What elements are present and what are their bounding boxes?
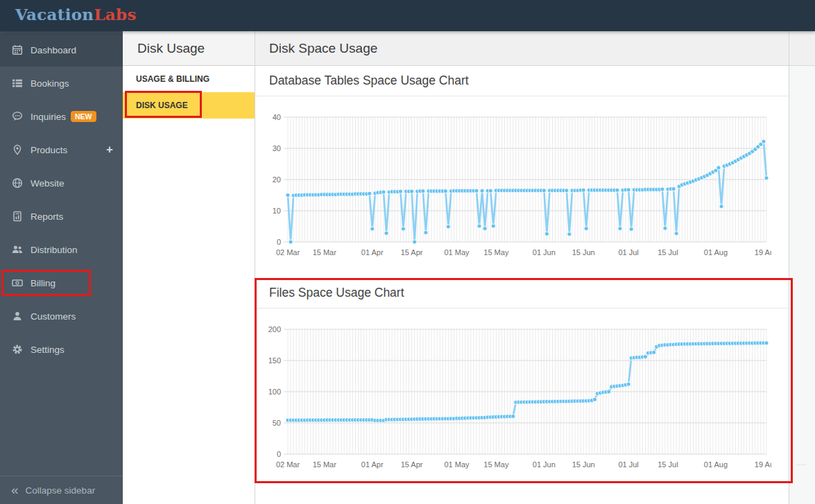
- map-marker-icon: [12, 144, 23, 155]
- logo: VacationLabs: [15, 5, 137, 24]
- svg-text:19 Aug: 19 Aug: [755, 460, 771, 469]
- svg-text:19 Aug: 19 Aug: [755, 248, 771, 257]
- add-product-plus-icon[interactable]: +: [106, 143, 113, 157]
- subnav-title: Disk Usage: [123, 31, 255, 66]
- new-badge: NEW: [71, 111, 96, 123]
- sidebar-item-bookings[interactable]: Bookings: [0, 67, 123, 100]
- svg-text:01 Aug: 01 Aug: [704, 248, 728, 257]
- sidebar-item-website[interactable]: Website: [0, 166, 123, 200]
- svg-text:15 Jun: 15 Jun: [572, 460, 595, 469]
- svg-text:40: 40: [273, 113, 281, 121]
- svg-text:15 Jun: 15 Jun: [572, 248, 595, 257]
- sidebar-item-distribution[interactable]: Distribution: [0, 233, 123, 266]
- svg-text:01 May: 01 May: [444, 460, 470, 469]
- sidebar-item-label: Distribution: [31, 245, 78, 255]
- sidebar-item-label: Dashboard: [31, 45, 76, 55]
- subnav-item-usage-and-billing[interactable]: USAGE & BILLING: [123, 66, 255, 92]
- sidebar-item-label: Products: [31, 145, 67, 155]
- svg-text:01 Apr: 01 Apr: [361, 248, 384, 257]
- sidebar-item-label: Customers: [31, 311, 76, 322]
- card-right-divider: [789, 31, 789, 504]
- svg-text:15 Jul: 15 Jul: [658, 460, 678, 469]
- sidebar-item-label: Inquiries: [31, 112, 66, 122]
- users-icon: [12, 244, 23, 255]
- svg-text:0: 0: [277, 450, 281, 458]
- files-chart-title: Files Space Usage Chart: [255, 278, 789, 309]
- sidebar-item-settings[interactable]: Settings: [0, 333, 123, 366]
- sidebar-item-products[interactable]: Products +: [0, 133, 123, 166]
- logo-text-labs: Labs: [94, 5, 136, 24]
- svg-text:15 Mar: 15 Mar: [313, 460, 337, 469]
- files-chart-section: Files Space Usage Chart 05010015020002 M…: [255, 278, 789, 479]
- collapse-sidebar-label: Collapse sidebar: [26, 485, 96, 496]
- sidebar-item-inquiries[interactable]: Inquiries NEW: [0, 100, 123, 133]
- content-card: Database Tables Space Usage Chart 010203…: [255, 66, 789, 504]
- sidebar-item-label: Billing: [31, 278, 55, 288]
- svg-text:15 Jul: 15 Jul: [658, 248, 678, 257]
- sidebar-item-billing[interactable]: Billing: [0, 266, 123, 299]
- svg-text:01 May: 01 May: [444, 248, 470, 257]
- sidebar-item-label: Reports: [31, 211, 63, 222]
- svg-text:01 Jun: 01 Jun: [533, 460, 556, 469]
- svg-text:01 Jul: 01 Jul: [618, 460, 638, 469]
- svg-text:0: 0: [277, 238, 281, 246]
- database-tables-chart-section: Database Tables Space Usage Chart 010203…: [255, 66, 789, 267]
- logo-text-vacation: Vacation: [15, 5, 94, 24]
- svg-text:200: 200: [268, 325, 281, 333]
- database-tables-chart-title: Database Tables Space Usage Chart: [255, 66, 789, 96]
- svg-text:150: 150: [268, 356, 281, 365]
- gear-icon: [12, 344, 23, 355]
- svg-text:01 Apr: 01 Apr: [361, 460, 384, 469]
- svg-text:30: 30: [273, 144, 281, 153]
- svg-text:01 Jun: 01 Jun: [533, 248, 556, 257]
- database-tables-chart: 01020304002 Mar15 Mar01 Apr15 Apr01 May1…: [258, 98, 789, 267]
- svg-text:01 Aug: 01 Aug: [704, 460, 728, 469]
- comment-icon: [12, 111, 23, 122]
- user-icon: [12, 311, 23, 322]
- svg-text:15 May: 15 May: [483, 460, 509, 469]
- disk-usage-subnav: Disk Usage USAGE & BILLING DISK USAGE: [123, 31, 255, 504]
- top-navbar: VacationLabs: [0, 0, 815, 31]
- svg-text:100: 100: [268, 388, 281, 396]
- page-title: Disk Space Usage: [255, 31, 815, 66]
- svg-text:15 May: 15 May: [483, 248, 509, 257]
- sidebar: Dashboard Bookings Inquiries NEW Product…: [0, 31, 123, 504]
- sidebar-item-label: Settings: [31, 345, 65, 355]
- main-content: Disk Space Usage Database Tables Space U…: [255, 31, 815, 504]
- sidebar-item-dashboard[interactable]: Dashboard: [0, 33, 123, 67]
- right-margin-divider: [796, 464, 807, 465]
- svg-text:20: 20: [273, 175, 281, 184]
- list-icon: [12, 78, 23, 89]
- svg-text:02 Mar: 02 Mar: [276, 248, 300, 257]
- angle-double-left-icon: «: [11, 483, 19, 496]
- sidebar-item-label: Bookings: [31, 78, 69, 89]
- svg-text:15 Apr: 15 Apr: [401, 460, 423, 469]
- subnav-item-disk-usage[interactable]: DISK USAGE: [123, 92, 255, 119]
- svg-text:50: 50: [273, 419, 281, 427]
- svg-text:02 Mar: 02 Mar: [276, 460, 300, 469]
- svg-text:10: 10: [273, 207, 281, 215]
- collapse-sidebar-button[interactable]: « Collapse sidebar: [0, 476, 123, 504]
- money-icon: [12, 277, 23, 288]
- sidebar-nav: Dashboard Bookings Inquiries NEW Product…: [0, 31, 123, 366]
- calendar-icon: [12, 44, 23, 55]
- sidebar-item-label: Website: [31, 178, 65, 189]
- svg-text:01 Jul: 01 Jul: [618, 248, 638, 257]
- sidebar-item-customers[interactable]: Customers: [0, 299, 123, 333]
- report-file-icon: [12, 211, 23, 222]
- files-chart: 05010015020002 Mar15 Mar01 Apr15 Apr01 M…: [258, 310, 789, 479]
- sidebar-item-reports[interactable]: Reports: [0, 200, 123, 233]
- svg-text:15 Mar: 15 Mar: [313, 248, 337, 257]
- svg-text:15 Apr: 15 Apr: [401, 248, 423, 257]
- globe-icon: [12, 177, 23, 189]
